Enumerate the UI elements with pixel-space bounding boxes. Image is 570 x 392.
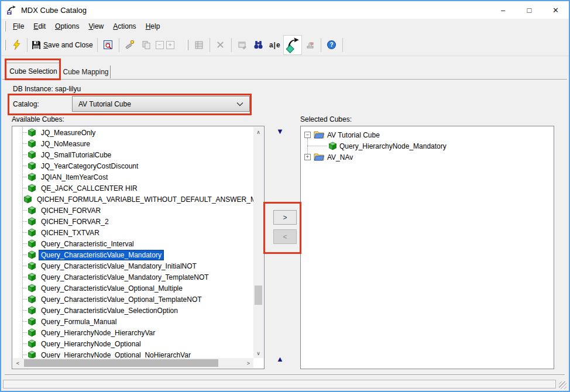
maximize-button[interactable]: □ [516,1,542,19]
cube-icon [28,173,36,181]
tree-node-label[interactable]: AV_NAv [327,153,353,161]
list-item[interactable]: Query_HierarchyNode_Optional_NoHierarchV… [13,349,253,358]
list-item[interactable]: JQ_NoMeasure [13,138,253,149]
tree-node-label[interactable]: AV Tutorial Cube [327,131,380,139]
cube-icon [28,139,36,148]
tree-connector [23,177,27,177]
help-button[interactable]: ? [324,37,340,53]
list-item-label: JQ_YearCategoryCostDiscount [39,161,140,171]
cube-icon [23,195,32,204]
menu-help[interactable]: Help [141,19,165,33]
delete-button-disabled[interactable] [212,37,229,53]
move-left-button[interactable]: < [273,229,297,244]
rename-button[interactable]: a|e [267,37,283,53]
scroll-left-arrow[interactable]: < [13,358,23,368]
list-item[interactable]: JQ_MeasureOnly [13,127,253,138]
list-item[interactable]: JQ_YearCategoryCostDiscount [13,160,253,171]
list-item[interactable]: Query_HierarchyNode_Optional [13,338,253,349]
list-item-label: Query_CharacteristicValue_Optional_Multi… [39,284,184,293]
preview-button[interactable] [100,37,116,53]
list-item[interactable]: Query_CharacteristicValue_Optional_Templ… [13,294,253,305]
resize-grip[interactable] [559,381,566,389]
close-button[interactable]: ✕ [542,1,569,19]
cube-icon [28,284,36,293]
edit-window-button-disabled[interactable] [234,37,250,53]
status-panel [3,380,556,388]
menu-view[interactable]: View [84,19,108,33]
move-up-arrow[interactable]: ▲ [276,355,284,363]
available-cubes-rows: JQ_MeasureOnly JQ_NoMeasure [13,127,253,358]
list-item[interactable]: QICHEN_TXTVAR [13,227,253,238]
collapse-all-button[interactable]: − [156,41,164,49]
cube-icon [28,239,36,248]
move-down-arrow[interactable]: ▼ [276,128,284,135]
tab-cube-selection[interactable]: Cube Selection [6,63,61,80]
menu-options[interactable]: Options [50,19,84,33]
tree-child-label[interactable]: Query_HierarchyNode_Mandatory [339,142,447,150]
connect-button[interactable] [8,37,25,53]
grid-button-disabled[interactable] [191,37,207,53]
save-icon [32,40,41,50]
list-item[interactable]: JQ_SmallTutorialCube [13,149,253,160]
list-item-label: Query_Formula_Manual [39,317,118,326]
list-item[interactable]: Query_CharacteristicValue_Mandatory [13,249,253,260]
toolbar-separator [119,38,119,52]
toolbar-separator [210,38,210,52]
save-and-close-button[interactable]: Save and Close [30,37,95,53]
list-item[interactable]: QICHEN_FORVAR_2 [13,216,253,227]
horizontal-scroll-thumb[interactable] [24,359,218,367]
scroll-right-arrow[interactable]: > [243,358,253,368]
minimize-button[interactable]: – [490,1,516,19]
selected-cubes-label: Selected Cubes: [300,115,352,123]
cube-icon [28,328,36,337]
find-button[interactable] [250,37,267,53]
key-button[interactable] [122,37,138,53]
scroll-up-arrow[interactable]: ∧ [253,127,263,137]
list-item[interactable]: QICHEN_FORMULA_VARIABLE_WITHOUT_DEFAULT_… [13,194,253,205]
help-icon: ? [327,40,336,50]
scroll-down-arrow[interactable]: ∨ [253,348,263,358]
move-right-button[interactable]: > [273,210,297,225]
toolbar-separator [321,38,321,52]
tree-connector [23,166,27,166]
paste-button-disabled[interactable] [138,37,154,53]
list-item[interactable]: QICHEN_FORVAR [13,205,253,216]
collapse-node-toggle[interactable]: − [304,132,311,138]
list-item-label: Query_HierarchyNode_Optional_NoHierarchV… [39,350,193,359]
list-item-label: Query_CharacteristicValue_SelectionOptio… [39,306,180,315]
expand-all-button[interactable]: + [166,41,174,49]
window-title: MDX Cube Catalog [21,6,87,15]
expand-node-toggle[interactable]: + [304,154,311,160]
tree-connector [23,332,27,333]
cube-icon [28,339,36,348]
tab-cube-mapping[interactable]: Cube Mapping [63,65,109,79]
list-item[interactable]: Query_CharacteristicValue_Optional_Multi… [13,283,253,294]
cube-icon [28,273,36,281]
list-item[interactable]: Query_Formula_Manual [13,316,253,327]
menu-grip [4,21,6,32]
list-item-label: Query_CharacteristicValue_Mandatory_Init… [39,262,198,271]
list-item[interactable]: Query_HierarchyNode_HierarchyVar [13,327,253,338]
stamp-button-disabled[interactable] [302,37,318,53]
list-item[interactable]: Query_CharacteristicValue_Mandatory_Temp… [13,271,253,283]
catalog-dropdown[interactable]: AV Tutorial Cube [72,96,250,112]
list-item[interactable]: Query_Characteristic_Interval [13,238,253,249]
vertical-scroll-thumb[interactable] [255,286,262,305]
list-item[interactable]: QE_JACK_CALLCENTER HIR [13,183,253,194]
cube-icon [28,184,36,192]
toolbar-separator [97,38,98,52]
menu-actions[interactable]: Actions [108,19,140,33]
list-item[interactable]: Query_CharacteristicValue_Mandatory_Init… [13,260,253,271]
menu-edit[interactable]: Edit [29,19,50,33]
menu-file[interactable]: File [8,19,29,33]
link-cube-button[interactable] [283,35,302,55]
list-item-label: QICHEN_TXTVAR [39,228,101,238]
tree-connector [23,310,27,311]
list-item[interactable]: JQIAN_ItemYearCost [13,171,253,183]
vertical-scrollbar[interactable]: ∧ ∨ [253,127,263,358]
list-item[interactable]: Query_CharacteristicValue_SelectionOptio… [13,305,253,316]
status-bar [1,378,569,391]
tree-connector [23,243,27,244]
horizontal-scrollbar[interactable]: < > [13,358,253,368]
tree-connector [23,277,27,277]
